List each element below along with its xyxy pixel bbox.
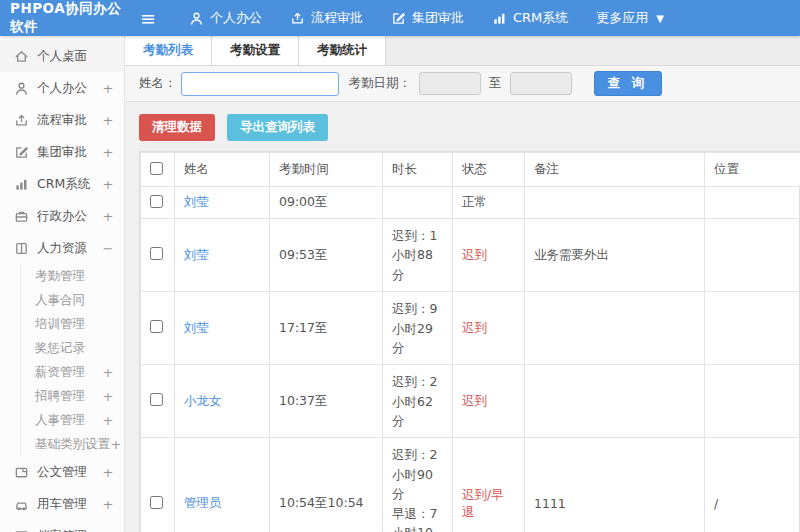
date-from-input[interactable] xyxy=(419,72,481,95)
nav-item-3[interactable]: 集团审批 xyxy=(391,9,464,27)
attendance-table: 姓名考勤时间时长状态备注位置 刘莹09:00至正常刘莹09:53至迟到：1小时8… xyxy=(140,152,800,532)
table-row-1: 刘莹09:00至正常 xyxy=(141,187,800,219)
name-input[interactable] xyxy=(181,72,339,96)
bar-chart-icon xyxy=(14,177,29,192)
expander-icon: + xyxy=(102,389,114,404)
table-header-row: 姓名考勤时间时长状态备注位置 xyxy=(141,153,800,187)
clear-data-button[interactable]: 清理数据 xyxy=(139,114,215,141)
column-header: 备注 xyxy=(525,153,705,187)
sidebar-subitem-7[interactable]: 人事管理+ xyxy=(21,408,124,432)
name-cell: 刘莹 xyxy=(175,219,270,292)
sidebar-subitem-5[interactable]: 薪资管理+ xyxy=(21,360,124,384)
edit-square-icon xyxy=(14,145,29,160)
row-checkbox[interactable] xyxy=(150,247,163,260)
table-row-5: 管理员10:54至10:54迟到：2小时90分 早退：7小时10分迟到/早退11… xyxy=(141,438,800,532)
expander-icon: + xyxy=(102,465,114,480)
nav-item-1[interactable]: 个人办公 xyxy=(189,9,262,27)
sidebar-item-1[interactable]: 个人桌面 xyxy=(0,40,124,72)
sidebar-subitem-label: 基础类别设置 xyxy=(35,436,110,453)
sidebar-subitem-4[interactable]: 奖惩记录 xyxy=(21,336,124,360)
edit-square-icon xyxy=(391,11,406,26)
row-checkbox-cell xyxy=(141,187,175,219)
sidebar-subitem-label: 奖惩记录 xyxy=(35,340,102,357)
expander-icon: + xyxy=(102,145,114,160)
sidebar-item-10[interactable]: 档案管理+ xyxy=(0,520,124,532)
expander-icon: + xyxy=(102,209,114,224)
sidebar-item-8[interactable]: 公文管理+ xyxy=(0,456,124,488)
row-checkbox-cell xyxy=(141,292,175,365)
select-all-checkbox[interactable] xyxy=(150,162,163,175)
name-link[interactable]: 小龙女 xyxy=(184,393,222,408)
home-icon xyxy=(14,49,29,64)
sidebar-subitem-3[interactable]: 培训管理 xyxy=(21,312,124,336)
sidebar-item-4[interactable]: 集团审批+ xyxy=(0,136,124,168)
sidebar-subitem-2[interactable]: 人事合同 xyxy=(21,288,124,312)
briefcase-icon xyxy=(14,209,29,224)
sidebar-item-6[interactable]: 行政办公+ xyxy=(0,200,124,232)
tab-1[interactable]: 考勤列表 xyxy=(125,36,212,65)
tab-2[interactable]: 考勤设置 xyxy=(212,36,299,65)
name-cell: 刘莹 xyxy=(175,292,270,365)
sidebar-item-7[interactable]: 人力资源− xyxy=(0,232,124,264)
nav-item-4[interactable]: CRM系统 xyxy=(492,9,568,27)
nav-item-5[interactable]: 更多应用▼ xyxy=(596,9,664,27)
status-cell: 迟到 xyxy=(453,292,525,365)
column-header: 状态 xyxy=(453,153,525,187)
name-label: 姓名： xyxy=(139,75,177,92)
flow-approve-icon xyxy=(14,113,29,128)
sidebar-item-label: 行政办公 xyxy=(37,208,102,225)
sidebar-item-2[interactable]: 个人办公+ xyxy=(0,72,124,104)
row-checkbox-cell xyxy=(141,219,175,292)
remark-cell: 1111 xyxy=(525,438,705,532)
status-cell: 迟到/早退 xyxy=(453,438,525,532)
expander-icon: + xyxy=(102,81,114,96)
row-checkbox[interactable] xyxy=(150,496,163,509)
status-cell: 迟到 xyxy=(453,365,525,438)
duration-cell: 迟到：9小时29分 xyxy=(383,292,453,365)
archive-icon xyxy=(14,529,29,532)
document-icon xyxy=(14,465,29,480)
sidebar-item-9[interactable]: 用车管理+ xyxy=(0,488,124,520)
name-link[interactable]: 刘莹 xyxy=(184,320,209,335)
app-brand: PHPOA协同办公软件 xyxy=(0,0,125,36)
location-cell xyxy=(705,365,800,438)
search-button[interactable]: 查 询 xyxy=(594,71,662,96)
tab-bar: 考勤列表考勤设置考勤统计 xyxy=(125,36,800,66)
table-row-4: 小龙女10:37至迟到：2小时62分迟到 xyxy=(141,365,800,438)
column-header: 考勤时间 xyxy=(270,153,383,187)
sidebar-subitem-label: 培训管理 xyxy=(35,316,102,333)
sidebar-subitem-6[interactable]: 招聘管理+ xyxy=(21,384,124,408)
sidebar: 个人桌面个人办公+流程审批+集团审批+CRM系统+行政办公+人力资源−考勤管理人… xyxy=(0,36,125,532)
tab-3[interactable]: 考勤统计 xyxy=(299,36,386,65)
row-checkbox[interactable] xyxy=(150,195,163,208)
table-row-2: 刘莹09:53至迟到：1小时88分迟到业务需要外出 xyxy=(141,219,800,292)
name-link[interactable]: 刘莹 xyxy=(184,247,209,262)
duration-cell xyxy=(383,187,453,219)
sidebar-subitem-1[interactable]: 考勤管理 xyxy=(21,264,124,288)
sidebar-subitem-label: 考勤管理 xyxy=(35,268,102,285)
nav-item-label: 更多应用 xyxy=(596,9,648,27)
sidebar-item-label: CRM系统 xyxy=(37,176,102,193)
status-cell: 正常 xyxy=(453,187,525,219)
expander-icon: + xyxy=(102,413,114,428)
top-navigation: 个人办公流程审批集团审批CRM系统更多应用▼ xyxy=(189,9,664,27)
main-panel: 考勤列表考勤设置考勤统计 姓名： 考勤日期： 至 查 询 清理数据 导出查询列表 xyxy=(125,36,800,532)
row-checkbox[interactable] xyxy=(150,320,163,333)
name-link[interactable]: 管理员 xyxy=(184,495,222,510)
to-label: 至 xyxy=(489,75,502,92)
expander-icon: + xyxy=(102,365,114,380)
sidebar-subitem-8[interactable]: 基础类别设置+ xyxy=(21,432,124,456)
sidebar-item-5[interactable]: CRM系统+ xyxy=(0,168,124,200)
hamburger-icon[interactable]: ≡ xyxy=(125,7,171,29)
row-checkbox[interactable] xyxy=(150,393,163,406)
date-to-input[interactable] xyxy=(510,72,572,95)
time-cell: 10:54至10:54 xyxy=(270,438,383,532)
sidebar-item-label: 个人办公 xyxy=(37,80,102,97)
name-link[interactable]: 刘莹 xyxy=(184,194,209,209)
time-cell: 10:37至 xyxy=(270,365,383,438)
table-row-3: 刘莹17:17至迟到：9小时29分迟到 xyxy=(141,292,800,365)
nav-item-2[interactable]: 流程审批 xyxy=(290,9,363,27)
nav-item-label: CRM系统 xyxy=(513,9,568,27)
sidebar-item-3[interactable]: 流程审批+ xyxy=(0,104,124,136)
export-list-button[interactable]: 导出查询列表 xyxy=(227,114,328,141)
